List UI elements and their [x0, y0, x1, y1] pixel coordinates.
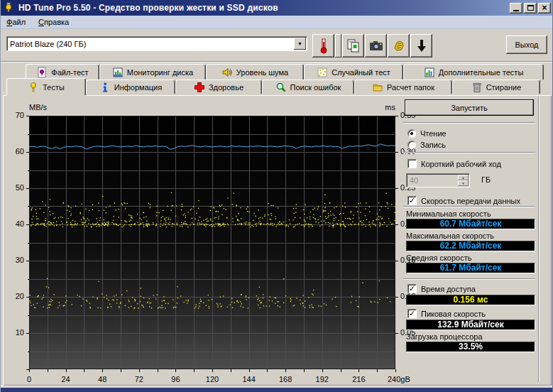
donate-button[interactable] — [388, 34, 410, 58]
screenshot-button[interactable] — [365, 34, 387, 58]
drive-select[interactable]: Patriot Blaze (240 ГБ) ▼ — [6, 36, 307, 51]
x-tick-label: 48 — [94, 375, 111, 383]
radio-write-control[interactable] — [407, 141, 416, 149]
write-radio[interactable]: Запись — [407, 141, 446, 149]
read-radio-label: Чтение — [420, 129, 447, 138]
x-tick-label: 144 — [241, 375, 258, 383]
x-tick-label: 24 — [58, 375, 75, 383]
tab-error-scan[interactable]: Поиск ошибок — [262, 80, 354, 94]
disk-monitor-icon — [112, 67, 124, 78]
side-panel: Запустить Чтение Запись Короткий рабочий… — [402, 98, 540, 382]
temperature-button[interactable] — [312, 34, 334, 58]
y-right-axis-title: ms — [29, 103, 395, 111]
tab-noise-level[interactable]: Уровень шума — [206, 64, 304, 80]
tab-random-test[interactable]: Случайный тест — [304, 64, 403, 80]
read-radio[interactable]: Чтение — [407, 129, 447, 138]
menu-file[interactable]: Файл — [6, 18, 26, 26]
y-left-tick-label: 70 — [4, 111, 24, 119]
y-left-tick-label: 60 — [4, 147, 24, 156]
cpu-usage-value: 33.5% — [406, 342, 535, 352]
tab-label: Расчет папок — [387, 83, 434, 92]
file-test-icon — [36, 67, 48, 78]
tab-info[interactable]: Информация — [86, 80, 175, 94]
x-tick-label: 72 — [131, 375, 148, 383]
x-tick-label: 216 — [350, 375, 367, 383]
erase-icon — [471, 82, 483, 93]
separator — [403, 206, 535, 207]
tab-label: Случайный тест — [332, 68, 390, 77]
title-bar[interactable]: HD Tune Pro 5.50 - Средство проверки жес… — [1, 0, 553, 16]
tab-label: Тесты — [43, 83, 65, 92]
transfer-rate-checkbox-control[interactable]: ✓ — [407, 196, 417, 205]
tab-benchmark[interactable]: Тесты — [6, 78, 86, 95]
info-icon — [99, 82, 111, 93]
separator — [403, 278, 535, 280]
tab-erase[interactable]: Стирание — [452, 80, 540, 94]
tab-label: Поиск ошибок — [290, 83, 341, 92]
tab-health[interactable]: Здоровье — [175, 80, 262, 94]
max-speed-value: 62.2 Мбайт/сек — [406, 241, 535, 251]
short-stroke-unit-label: ГБ — [481, 175, 491, 184]
close-icon: × — [542, 4, 547, 11]
window-bottom-border — [1, 386, 553, 392]
write-radio-label: Запись — [420, 141, 446, 149]
avg-speed-value: 61.7 Мбайт/сек — [406, 263, 535, 273]
temperature-scale-button[interactable] — [335, 34, 341, 58]
short-stroke-checkbox[interactable]: Короткий рабочий ход — [407, 159, 501, 168]
tab-disk-monitor[interactable]: Мониторинг диска — [99, 64, 206, 80]
dropdown-arrow-icon[interactable]: ▼ — [294, 38, 306, 50]
window-title: HD Tune Pro 5.50 - Средство проверки жес… — [18, 3, 278, 13]
extra-tests-icon — [424, 67, 435, 78]
separator — [403, 122, 535, 124]
minimize-button[interactable] — [510, 3, 522, 13]
cpu-usage-label: Загрузка процессора — [406, 332, 483, 341]
hand-icon — [391, 38, 407, 54]
access-time-value: 0.156 мс — [406, 295, 535, 305]
tab-label: Файл-тест — [51, 68, 88, 77]
exit-button[interactable]: Выход — [506, 36, 547, 54]
x-tick-label: 168 — [277, 375, 294, 383]
spinner-down-icon[interactable]: ▼ — [458, 180, 469, 186]
access-time-checkbox[interactable]: ✓ Время доступа — [407, 284, 476, 293]
save-results-button[interactable] — [410, 34, 432, 58]
separator — [403, 152, 535, 153]
min-speed-value: 60.7 Мбайт/сек — [406, 219, 535, 229]
y-left-tick-label: 20 — [4, 292, 24, 300]
benchmark-panel: 102030405060700.050.100.150.200.250.300.… — [3, 95, 552, 386]
y-left-tick-label: 50 — [4, 183, 24, 192]
hdtune-window: HD Tune Pro 5.50 - Средство проверки жес… — [0, 0, 553, 392]
tab-folder-usage[interactable]: Расчет папок — [354, 80, 452, 94]
menu-bar: Файл Справка — [1, 16, 553, 29]
access-time-checkbox-control[interactable]: ✓ — [407, 284, 417, 293]
tab-label: Дополнительные тесты — [439, 68, 524, 77]
start-button[interactable]: Запустить — [405, 99, 534, 116]
tab-file-test[interactable]: Файл-тест — [26, 64, 99, 80]
burst-rate-checkbox-control[interactable]: ✓ — [407, 309, 417, 318]
tab-label: Стирание — [486, 83, 522, 92]
short-stroke-checkbox-control[interactable] — [407, 159, 417, 168]
tab-label: Уровень шума — [236, 68, 288, 77]
short-stroke-label: Короткий рабочий ход — [421, 160, 501, 168]
benchmark-chart — [26, 113, 401, 374]
spinner-up-icon[interactable]: ▲ — [458, 175, 469, 180]
radio-read-control[interactable] — [407, 129, 416, 138]
burst-rate-label: Пиковая скорость — [421, 310, 486, 318]
y-left-tick-label: 40 — [4, 219, 24, 228]
short-stroke-size-value: 40 — [407, 174, 457, 187]
copy-button[interactable] — [342, 34, 364, 58]
x-tick-label: 96 — [167, 375, 184, 383]
thermometer-icon — [317, 38, 330, 55]
access-time-label: Время доступа — [421, 285, 476, 293]
burst-rate-checkbox[interactable]: ✓ Пиковая скорость — [407, 309, 486, 318]
max-speed-label: Максимальная скорость — [406, 232, 494, 240]
transfer-rate-label: Скорость передачи данных — [421, 197, 520, 205]
short-stroke-size-spinner[interactable]: 40 ▲ ▼ — [406, 173, 470, 187]
menu-help[interactable]: Справка — [38, 18, 69, 26]
tab-extra-tests[interactable]: Дополнительные тесты — [403, 64, 544, 80]
close-button[interactable]: × — [538, 3, 551, 13]
transfer-rate-checkbox[interactable]: ✓ Скорость передачи данных — [407, 196, 520, 205]
maximize-button[interactable] — [524, 3, 537, 13]
tab-label: Информация — [114, 83, 162, 92]
benchmark-icon — [28, 82, 39, 93]
camera-icon — [368, 39, 384, 53]
